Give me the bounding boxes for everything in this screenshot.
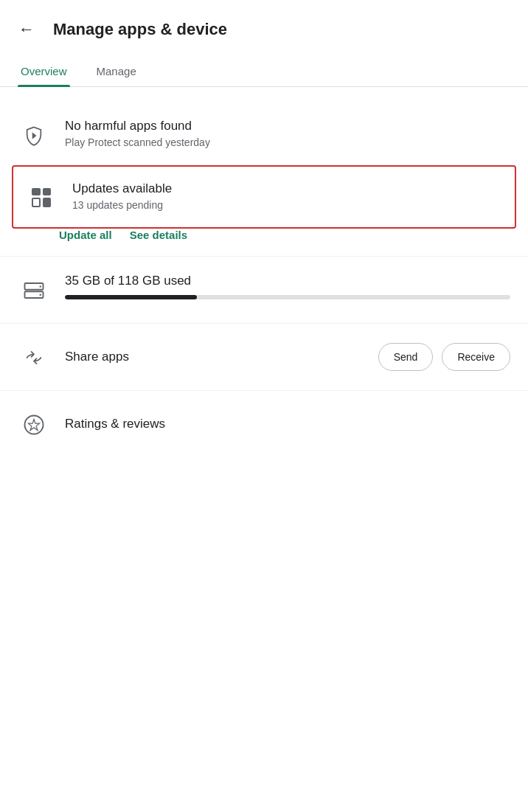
updates-text: Updates available 13 updates pending bbox=[72, 181, 503, 213]
play-protect-title: No harmful apps found bbox=[65, 118, 510, 134]
svg-point-3 bbox=[40, 285, 42, 288]
send-button[interactable]: Send bbox=[378, 343, 434, 371]
updates-title: Updates available bbox=[72, 181, 503, 197]
storage-title: 35 GB of 118 GB used bbox=[65, 273, 510, 289]
grid-apps-icon bbox=[32, 188, 51, 207]
storage-section: 35 GB of 118 GB used bbox=[0, 260, 528, 320]
header: ← Manage apps & device bbox=[0, 0, 528, 56]
updates-actions: Update all See details bbox=[0, 229, 528, 253]
receive-button[interactable]: Receive bbox=[442, 343, 510, 371]
update-all-link[interactable]: Update all bbox=[59, 229, 112, 241]
ratings-section[interactable]: Ratings & reviews bbox=[0, 394, 528, 454]
updates-row: Updates available 13 updates pending bbox=[13, 167, 515, 227]
tab-manage[interactable]: Manage bbox=[94, 56, 139, 86]
ratings-text: Ratings & reviews bbox=[65, 416, 510, 432]
back-button[interactable]: ← bbox=[12, 15, 41, 44]
grid-cell-3 bbox=[32, 198, 41, 208]
play-protect-section: No harmful apps found Play Protect scann… bbox=[0, 105, 528, 165]
shield-icon bbox=[18, 119, 50, 152]
play-protect-text: No harmful apps found Play Protect scann… bbox=[65, 118, 510, 150]
grid-cell-4 bbox=[43, 198, 52, 208]
updates-subtitle: 13 updates pending bbox=[72, 198, 503, 213]
updates-section: Updates available 13 updates pending bbox=[12, 165, 516, 229]
see-details-link[interactable]: See details bbox=[130, 229, 187, 241]
share-apps-title: Share apps bbox=[65, 349, 364, 365]
share-apps-section: Share apps Send Receive bbox=[0, 327, 528, 387]
updates-icon bbox=[25, 181, 58, 214]
tab-overview[interactable]: Overview bbox=[18, 56, 70, 86]
divider-2 bbox=[0, 323, 528, 324]
divider-1 bbox=[0, 256, 528, 257]
svg-marker-6 bbox=[29, 420, 40, 431]
divider-3 bbox=[0, 390, 528, 391]
share-apps-text: Share apps bbox=[65, 349, 364, 365]
share-apps-icon bbox=[18, 341, 50, 374]
grid-cell-1 bbox=[32, 188, 41, 195]
storage-icon bbox=[18, 274, 50, 307]
storage-progress-bar bbox=[65, 295, 510, 299]
svg-point-4 bbox=[40, 294, 42, 296]
page-title: Manage apps & device bbox=[53, 20, 227, 39]
storage-text: 35 GB of 118 GB used bbox=[65, 273, 510, 299]
back-arrow-icon: ← bbox=[18, 20, 35, 39]
play-protect-subtitle: Play Protect scanned yesterday bbox=[65, 136, 510, 150]
tabs-container: Overview Manage bbox=[0, 56, 528, 87]
ratings-title: Ratings & reviews bbox=[65, 416, 510, 432]
storage-progress-fill bbox=[65, 295, 197, 299]
star-icon bbox=[18, 409, 50, 441]
svg-marker-0 bbox=[32, 132, 37, 139]
share-apps-buttons: Send Receive bbox=[378, 343, 510, 371]
grid-cell-2 bbox=[43, 188, 52, 195]
content-area: No harmful apps found Play Protect scann… bbox=[0, 87, 528, 472]
